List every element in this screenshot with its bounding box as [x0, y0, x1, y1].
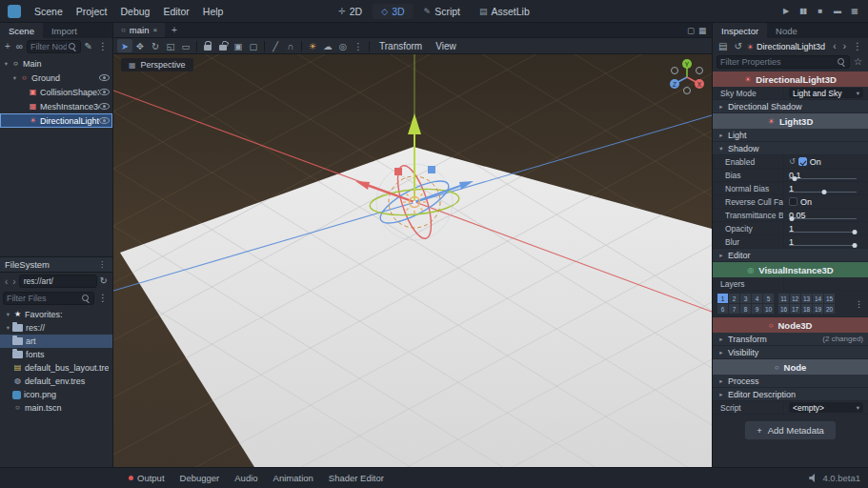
fs-row-default-bus-layout[interactable]: ▤ default_bus_layout.tres [0, 361, 112, 375]
tree-row-main[interactable]: ▾ ○ Main [0, 56, 112, 71]
layer-cell[interactable]: 1 [717, 294, 728, 303]
category-node3d[interactable]: ○ Node3D [713, 317, 868, 333]
collapse-icon[interactable]: ▾ [2, 60, 10, 68]
favorites-bookmark-icon[interactable]: ☆ [852, 56, 864, 68]
stop-icon[interactable]: ■ [812, 5, 828, 17]
tree-row-meshinstance3d[interactable]: ▦ MeshInstance3d [0, 99, 112, 113]
instance-scene-icon[interactable]: ∞ [14, 41, 25, 52]
viewport-canvas[interactable]: Y X Z ▦ Perspective [113, 54, 712, 467]
layer-cell[interactable]: 11 [778, 294, 789, 303]
object-history-icon[interactable]: ↺ [732, 41, 743, 52]
tab-scene[interactable]: Scene [0, 23, 43, 38]
layer-cell[interactable]: 14 [813, 294, 823, 303]
group-transform[interactable]: ▸ Transform (2 changed) [713, 333, 868, 346]
menu-scene[interactable]: Scene [28, 4, 70, 19]
scale-tool-icon[interactable]: ◱ [163, 39, 178, 52]
bias-field[interactable]: 0.1 [783, 169, 868, 181]
layer-cell[interactable]: 2 [729, 294, 739, 303]
projection-selector-button[interactable]: ▦ Perspective [121, 58, 193, 71]
play-icon[interactable]: ▶ [777, 5, 794, 17]
filter-files-input[interactable] [7, 294, 80, 303]
group-light[interactable]: ▸ Light [713, 129, 868, 142]
file-sort-icon[interactable]: ⋮ [96, 293, 110, 304]
refresh-icon[interactable]: ↻ [98, 275, 110, 287]
speaker-icon[interactable] [809, 474, 818, 482]
tree-row-ground[interactable]: ▾ ○ Ground [0, 71, 112, 85]
gizmo-yz-plane-handle[interactable] [428, 166, 435, 173]
menu-project[interactable]: Project [70, 4, 114, 19]
move-tool-icon[interactable]: ✥ [132, 39, 148, 52]
fs-row-res[interactable]: ▾ res:// [0, 321, 112, 335]
scene-menu-dots-icon[interactable]: ⋮ [96, 41, 110, 52]
collapse-icon[interactable]: ▾ [4, 311, 12, 318]
category-directionallight3d[interactable]: ☀ DirectionalLight3D [713, 71, 868, 87]
visibility-eye-icon[interactable] [99, 74, 110, 81]
expand-viewport-icon[interactable]: ▦ [698, 26, 706, 35]
fs-row-art[interactable]: art [0, 335, 112, 348]
current-path[interactable]: res://art/ [19, 274, 97, 288]
transmittance-bias-field[interactable]: 0.05 [783, 209, 868, 221]
blur-field[interactable]: 1 [783, 235, 868, 248]
slider-handle[interactable] [789, 216, 794, 221]
fs-row-default-env[interactable]: ◍ default_env.tres [0, 375, 112, 388]
movie-mode-icon[interactable]: ▬ [829, 5, 845, 17]
slider-handle[interactable] [852, 230, 857, 234]
sun-env-menu-dots-icon[interactable]: ⋮ [351, 39, 366, 52]
layer-cell[interactable]: 15 [824, 294, 835, 303]
slider-handle[interactable] [792, 176, 797, 181]
ruler-icon[interactable]: ╱ [268, 39, 283, 52]
slider-handle[interactable] [852, 243, 857, 248]
normal-bias-field[interactable]: 1 [783, 182, 868, 194]
sky-mode-dropdown[interactable]: Light and Sky ▾ [789, 88, 863, 98]
layer-cell[interactable]: 8 [740, 304, 751, 314]
layer-cell[interactable]: 18 [801, 304, 812, 314]
filter-node-input[interactable] [30, 42, 67, 51]
bottom-tab-animation[interactable]: Animation [267, 471, 320, 485]
menu-editor[interactable]: Editor [156, 4, 195, 19]
bottom-tab-output[interactable]: Output [122, 471, 172, 485]
collapse-icon[interactable]: ▾ [4, 324, 12, 332]
layer-cell[interactable]: 10 [763, 304, 774, 314]
layer-cell[interactable]: 4 [752, 294, 762, 303]
attach-script-icon[interactable]: ✎ [83, 41, 94, 52]
workspace-assetlib-button[interactable]: ▤AssetLib [471, 4, 538, 19]
group-editor-description[interactable]: ▸ Editor Description [713, 388, 868, 401]
forward-icon[interactable]: › [841, 41, 848, 52]
category-node[interactable]: ○ Node [713, 359, 868, 375]
preview-sun-icon[interactable]: ☀ [305, 39, 320, 52]
tab-inspector[interactable]: Inspector [713, 23, 767, 38]
layer-cell[interactable]: 6 [717, 304, 728, 314]
slider-handle[interactable] [821, 190, 826, 194]
fs-row-fonts[interactable]: fonts [0, 348, 112, 361]
layer-cell[interactable]: 5 [763, 294, 774, 303]
add-node-icon[interactable]: + [3, 41, 12, 52]
layers-menu-dots-icon[interactable]: ⋮ [855, 299, 863, 309]
fs-row-icon-png[interactable]: icon.png [0, 388, 112, 401]
layer-cell[interactable]: 12 [790, 294, 800, 303]
opacity-field[interactable]: 1 [783, 222, 868, 234]
visibility-eye-icon[interactable] [99, 103, 110, 110]
back-icon[interactable]: ‹ [3, 276, 10, 287]
workspace-2d-button[interactable]: ✛2D [330, 4, 371, 19]
group-visibility[interactable]: ▸ Visibility [713, 346, 868, 359]
back-icon[interactable]: ‹ [831, 41, 838, 52]
layer-cell[interactable]: 13 [801, 294, 812, 303]
bottom-tab-audio[interactable]: Audio [228, 471, 264, 485]
tree-row-directionallight3d[interactable]: ☀ DirectionalLight3d [0, 113, 112, 128]
revert-icon[interactable]: ↺ [789, 157, 796, 166]
visibility-eye-icon[interactable] [99, 89, 110, 95]
select-tool-icon[interactable]: ➤ [117, 39, 132, 52]
menu-help[interactable]: Help [196, 4, 231, 19]
camera-preview-icon[interactable]: ◎ [335, 39, 351, 52]
layer-cell[interactable]: 7 [729, 304, 739, 314]
add-metadata-button[interactable]: + Add Metadata [745, 421, 836, 439]
layer-cell[interactable]: 9 [752, 304, 762, 314]
layer-cell[interactable]: 19 [813, 304, 823, 314]
tree-row-collisionshape3d[interactable]: ▣ CollisionShape3d [0, 85, 112, 99]
menu-debug[interactable]: Debug [113, 4, 156, 19]
layer-cell[interactable]: 20 [824, 304, 835, 314]
lock-icon[interactable] [200, 39, 215, 52]
group-directional-shadow[interactable]: ▸ Directional Shadow [713, 100, 868, 113]
history-doc-icon[interactable]: ▤ [717, 41, 729, 52]
tab-import[interactable]: Import [43, 23, 86, 38]
